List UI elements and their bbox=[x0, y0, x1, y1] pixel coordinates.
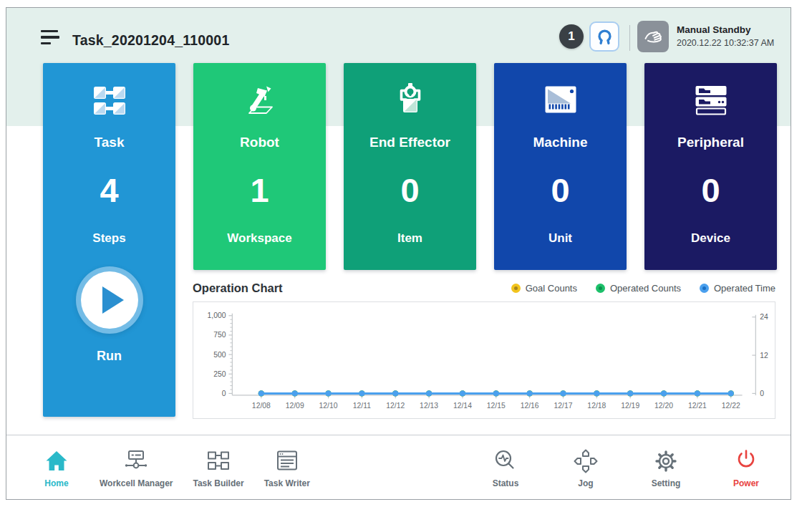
svg-text:750: 750 bbox=[213, 331, 226, 339]
nav-workcell-manager[interactable]: Workcell Manager bbox=[100, 448, 173, 488]
svg-text:12: 12 bbox=[760, 352, 768, 359]
run-button[interactable]: Run bbox=[81, 271, 138, 364]
card-unit: Steps bbox=[92, 231, 125, 246]
svg-text:12/18: 12/18 bbox=[587, 402, 606, 410]
card-label: Robot bbox=[240, 135, 279, 150]
nav-status[interactable]: Status bbox=[483, 448, 528, 488]
task-writer-icon bbox=[274, 448, 300, 474]
card-task[interactable]: Task 4 Steps Run bbox=[43, 63, 175, 417]
svg-text:12/16: 12/16 bbox=[521, 402, 539, 410]
svg-text:250: 250 bbox=[213, 370, 226, 378]
setting-gear-icon bbox=[653, 448, 679, 474]
svg-text:12/17: 12/17 bbox=[554, 402, 573, 410]
header-divider bbox=[629, 25, 630, 51]
card-unit: Item bbox=[397, 231, 422, 246]
svg-text:12/12: 12/12 bbox=[386, 402, 405, 410]
mode-label: Manual Standby bbox=[677, 24, 774, 37]
machine-icon bbox=[544, 85, 577, 115]
card-value: 0 bbox=[701, 170, 720, 210]
legend-goal-counts[interactable]: Goal Counts bbox=[511, 283, 577, 294]
svg-text:500: 500 bbox=[213, 351, 226, 359]
play-icon bbox=[102, 286, 124, 314]
operated-time-dot-icon bbox=[700, 284, 709, 293]
card-value: 0 bbox=[400, 170, 419, 210]
svg-text:12/22: 12/22 bbox=[722, 402, 740, 410]
operation-chart: 02505007501,0000122412/0812/0912/1012/11… bbox=[193, 301, 775, 419]
card-end-effector[interactable]: End Effector 0 Item bbox=[344, 63, 476, 270]
task-blocks-icon bbox=[93, 86, 126, 115]
svg-text:12/20: 12/20 bbox=[654, 402, 673, 410]
nav-task-builder[interactable]: Task Builder bbox=[193, 448, 243, 488]
svg-text:0: 0 bbox=[222, 390, 226, 397]
hamburger-menu-icon[interactable] bbox=[41, 30, 59, 47]
nav-setting[interactable]: Setting bbox=[643, 448, 689, 488]
card-label: Peripheral bbox=[677, 135, 744, 150]
svg-text:12/14: 12/14 bbox=[453, 402, 472, 410]
notification-badge: 1 bbox=[559, 24, 584, 49]
card-label: End Effector bbox=[369, 135, 450, 150]
legend-operated-counts[interactable]: Operated Counts bbox=[596, 283, 681, 294]
card-label: Machine bbox=[533, 135, 587, 150]
workcell-manager-icon bbox=[123, 448, 149, 474]
nav-home[interactable]: Home bbox=[34, 448, 79, 488]
robot-arm-icon bbox=[243, 84, 276, 117]
operation-chart-svg: 02505007501,0000122412/0812/0912/1012/11… bbox=[193, 302, 775, 418]
svg-text:12/21: 12/21 bbox=[688, 402, 707, 410]
nav-jog[interactable]: Jog bbox=[563, 448, 609, 488]
svg-text:12/09: 12/09 bbox=[286, 402, 304, 410]
chart-title: Operation Chart bbox=[193, 281, 283, 295]
jog-icon bbox=[573, 448, 599, 474]
legend-operated-time[interactable]: Operated Time bbox=[700, 283, 775, 294]
home-icon bbox=[44, 448, 69, 474]
peripheral-stack-icon bbox=[695, 84, 728, 116]
chart-header: Operation Chart Goal Counts Operated Cou… bbox=[193, 281, 775, 295]
gripper-icon bbox=[596, 28, 614, 46]
card-robot[interactable]: Robot 1 Workspace bbox=[193, 63, 326, 270]
svg-text:12/11: 12/11 bbox=[353, 402, 371, 410]
svg-text:12/13: 12/13 bbox=[420, 402, 438, 410]
nav-task-writer[interactable]: Task Writer bbox=[264, 448, 310, 488]
operated-counts-dot-icon bbox=[596, 284, 605, 293]
run-circle[interactable] bbox=[81, 271, 138, 329]
card-value: 1 bbox=[250, 170, 269, 210]
svg-text:0: 0 bbox=[760, 390, 764, 397]
goal-counts-dot-icon bbox=[511, 284, 521, 293]
mode-status: Manual Standby 2020.12.22 10:32:37 AM bbox=[677, 24, 774, 49]
task-builder-icon bbox=[206, 448, 231, 474]
chart-legend: Goal Counts Operated Counts Operated Tim… bbox=[511, 283, 775, 294]
svg-text:12/15: 12/15 bbox=[487, 402, 506, 410]
nav-power[interactable]: Power bbox=[723, 448, 769, 488]
status-icon bbox=[493, 448, 518, 474]
card-value: 0 bbox=[551, 170, 569, 210]
power-icon bbox=[733, 448, 759, 474]
card-value: 4 bbox=[100, 170, 118, 210]
svg-text:24: 24 bbox=[760, 313, 768, 321]
card-machine[interactable]: Machine 0 Unit bbox=[494, 63, 627, 270]
gripper-tool-button[interactable] bbox=[589, 21, 619, 52]
svg-text:1,000: 1,000 bbox=[208, 312, 226, 319]
manual-hand-icon bbox=[643, 26, 663, 47]
card-unit: Unit bbox=[548, 231, 572, 246]
svg-text:12/08: 12/08 bbox=[252, 402, 271, 410]
svg-text:12/10: 12/10 bbox=[319, 402, 338, 410]
card-unit: Workspace bbox=[227, 231, 291, 246]
svg-text:12/19: 12/19 bbox=[621, 402, 639, 410]
card-label: Task bbox=[95, 135, 125, 150]
gripper-item-icon bbox=[394, 82, 427, 118]
card-peripheral[interactable]: Peripheral 0 Device bbox=[644, 63, 777, 270]
app-window: Task_20201204_110001 1 Manual Standby 20… bbox=[6, 7, 791, 500]
run-label: Run bbox=[97, 349, 122, 364]
bottom-nav: Home Workcell Manager bbox=[6, 435, 791, 500]
manual-mode-button[interactable] bbox=[637, 21, 669, 52]
mode-timestamp: 2020.12.22 10:32:37 AM bbox=[677, 38, 774, 49]
page-title: Task_20201204_110001 bbox=[72, 32, 229, 49]
card-unit: Device bbox=[691, 231, 730, 246]
